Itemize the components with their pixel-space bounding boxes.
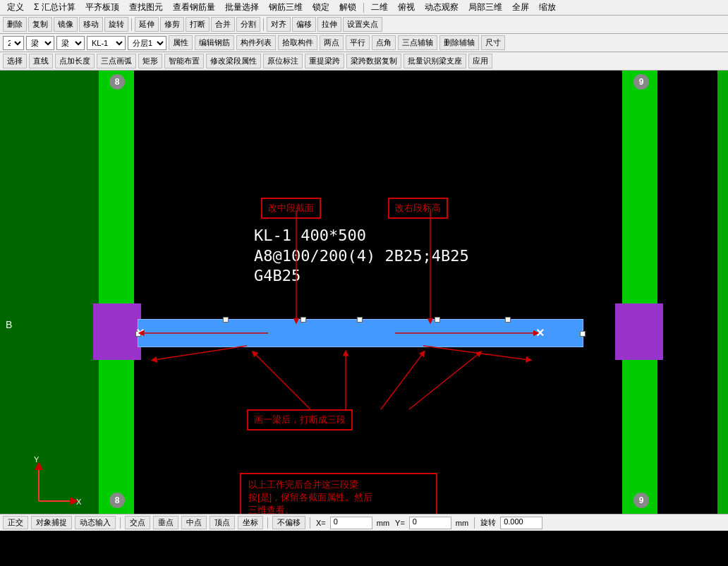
btn-three-arc[interactable]: 三点画弧 — [97, 54, 136, 68]
sublayer-select[interactable]: 分层1 — [128, 36, 166, 50]
menu-dynamic-view[interactable]: 动态观察 — [420, 0, 463, 15]
unit-mm-1: mm — [375, 519, 391, 527]
status-sep-2 — [267, 517, 268, 529]
menu-zoom[interactable]: 缩放 — [535, 0, 560, 15]
canvas-area[interactable]: 8 9 8 9 B KL-1 400*500 A8@100/200(4) 2B2… — [0, 71, 728, 514]
type1-select[interactable]: 梁 — [26, 36, 54, 50]
btn-midpoint[interactable]: 中点 — [181, 516, 207, 529]
anno-instruction-line2: 按[是]，保留各截面属性。然后 — [248, 491, 429, 504]
anno-instruction-box: 以上工作完后合并这三段梁 按[是]，保留各截面属性。然后 三维查看。 — [240, 473, 437, 514]
btn-coordinate[interactable]: 坐标 — [238, 516, 263, 529]
menu-batch-select[interactable]: 批量选择 — [221, 0, 263, 15]
menu-calc[interactable]: Σ 汇总计算 — [30, 0, 80, 15]
anno-break-note: 画一梁后，打断成三段 — [247, 409, 353, 430]
btn-re-detect-span[interactable]: 重提梁跨 — [305, 54, 344, 68]
btn-grips[interactable]: 设置夹点 — [343, 17, 382, 32]
btn-batch-identify[interactable]: 批量识别梁支座 — [404, 54, 466, 68]
btn-del-aux[interactable]: 删除辅轴 — [439, 35, 479, 50]
x-value-field[interactable]: 0 — [330, 517, 372, 529]
btn-rotate[interactable]: 旋转 — [104, 17, 128, 32]
y-value-field[interactable]: 0 — [409, 517, 451, 529]
beam-handle-3[interactable] — [357, 317, 363, 323]
beam-label-line2: A8@100/200(4) 2B25;4B25 — [254, 246, 469, 267]
btn-snap[interactable]: 对象捕捉 — [31, 516, 72, 529]
btn-select[interactable]: 选择 — [3, 54, 27, 68]
btn-dimension[interactable]: 尺寸 — [481, 35, 505, 50]
status-sep-3 — [310, 517, 310, 529]
btn-copy[interactable]: 复制 — [28, 17, 52, 32]
btn-align[interactable]: 对齐 — [267, 17, 291, 32]
btn-extend[interactable]: 延伸 — [135, 17, 159, 32]
btn-rect[interactable]: 矩形 — [138, 54, 162, 68]
btn-perpendicular[interactable]: 垂点 — [153, 516, 178, 529]
btn-offset[interactable]: 偏移 — [292, 17, 316, 32]
status-bar: 正交 对象捕捉 动态输入 交点 垂点 中点 顶点 坐标 不偏移 X= 0 mm … — [0, 514, 728, 531]
btn-stretch[interactable]: 拉伸 — [317, 17, 341, 32]
btn-three-point-aux[interactable]: 三点辅轴 — [398, 35, 437, 50]
btn-point-length[interactable]: 点加长度 — [55, 54, 95, 68]
btn-dynamic-input[interactable]: 动态输入 — [75, 516, 116, 529]
btn-merge[interactable]: 合并 — [211, 17, 235, 32]
b-marker: B — [6, 319, 12, 330]
blue-beam[interactable] — [138, 319, 583, 347]
svg-line-8 — [409, 353, 480, 409]
btn-move[interactable]: 移动 — [79, 17, 103, 32]
beam-handle-2[interactable] — [301, 317, 306, 323]
btn-two-point[interactable]: 两点 — [320, 35, 344, 50]
btn-modify-beam-seg[interactable]: 修改梁段属性 — [206, 54, 261, 68]
svg-line-7 — [381, 353, 423, 409]
anno-instruction-line1: 以上工作完后合并这三段梁 — [248, 478, 429, 491]
edit-toolbar: 删除 复制 镜像 移动 旋转 延伸 修剪 打断 合并 分割 对齐 偏移 拉伸 设… — [0, 16, 728, 34]
btn-point-angle[interactable]: 点角 — [372, 35, 396, 50]
btn-ortho[interactable]: 正交 — [3, 516, 28, 529]
type2-select[interactable]: 梁 — [56, 36, 85, 50]
layer-num-select[interactable]: 2 — [3, 36, 24, 50]
btn-apply[interactable]: 应用 — [468, 54, 492, 68]
btn-smart-layout[interactable]: 智能布置 — [164, 54, 204, 68]
menu-rebar-qty[interactable]: 查看钢筋量 — [169, 0, 219, 15]
menu-find[interactable]: 查找图元 — [125, 0, 167, 15]
beam-label: KL-1 400*500 A8@100/200(4) 2B25;4B25 G4B… — [254, 226, 469, 287]
beam-handle-4[interactable] — [435, 317, 440, 323]
menu-define[interactable]: 定义 — [3, 0, 28, 15]
beam-handle-7[interactable] — [580, 331, 586, 337]
btn-mirror[interactable]: 镜像 — [54, 17, 78, 32]
btn-parallel[interactable]: 平行 — [346, 35, 370, 50]
btn-delete[interactable]: 删除 — [3, 17, 27, 32]
props-toolbar: 2 梁 梁 KL-1 分层1 属性 编辑钢筋 构件列表 拾取构件 两点 平行 点… — [0, 34, 728, 52]
status-sep-4 — [474, 517, 475, 529]
btn-no-offset[interactable]: 不偏移 — [272, 516, 305, 529]
btn-edit-rebar[interactable]: 编辑钢筋 — [195, 35, 234, 50]
menu-fullscreen[interactable]: 全屏 — [508, 0, 533, 15]
svg-line-11 — [154, 346, 247, 360]
menu-2d[interactable]: 二维 — [367, 0, 392, 15]
menu-unlock[interactable]: 解锁 — [335, 0, 360, 15]
btn-pick-component[interactable]: 拾取构件 — [278, 35, 317, 50]
btn-intersection[interactable]: 交点 — [125, 516, 150, 529]
rotate-value-field[interactable]: 0.000 — [500, 517, 542, 529]
x-label: X= — [315, 519, 327, 527]
btn-component-list[interactable]: 构件列表 — [236, 35, 276, 50]
btn-in-situ-mark[interactable]: 原位标注 — [263, 54, 303, 68]
menu-local-3d[interactable]: 局部三维 — [464, 0, 506, 15]
btn-break[interactable]: 打断 — [186, 17, 210, 32]
menu-top-view[interactable]: 俯视 — [394, 0, 419, 15]
menu-rebar-3d[interactable]: 钢筋三维 — [265, 0, 307, 15]
btn-line[interactable]: 直线 — [29, 54, 53, 68]
btn-vertex[interactable]: 顶点 — [210, 516, 235, 529]
beam-handle-6[interactable] — [135, 331, 141, 337]
anno-right-elevation: 改右段标高 — [388, 198, 448, 219]
beam-label-line3: G4B25 — [254, 266, 469, 287]
btn-property[interactable]: 属性 — [169, 35, 193, 50]
element-select[interactable]: KL-1 — [87, 36, 126, 50]
beam-handle-5[interactable] — [505, 317, 511, 323]
btn-span-copy[interactable]: 梁跨数据复制 — [346, 54, 401, 68]
beam-handle-1[interactable] — [223, 317, 229, 323]
btn-trim[interactable]: 修剪 — [160, 17, 184, 32]
purple-block-left — [93, 303, 141, 360]
circle-9-top-right: 9 — [633, 74, 649, 90]
menu-lock[interactable]: 锁定 — [308, 0, 334, 15]
menu-align[interactable]: 平齐板顶 — [81, 0, 123, 15]
btn-split[interactable]: 分割 — [236, 17, 260, 32]
tb-sep-1 — [131, 18, 132, 31]
